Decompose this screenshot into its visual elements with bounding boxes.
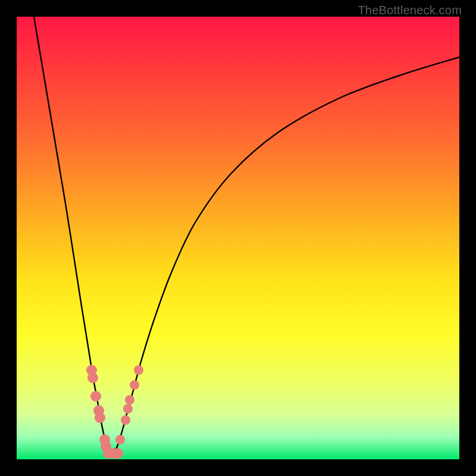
- marker-right-5: [125, 395, 134, 405]
- marker-left-1: [87, 372, 98, 383]
- marker-right-6: [130, 380, 139, 390]
- curve-right-branch: [112, 57, 459, 456]
- marker-right-7: [134, 365, 143, 375]
- chart-svg: [17, 17, 459, 459]
- marker-right-3: [121, 415, 130, 425]
- plot-area: [17, 17, 459, 459]
- bottleneck-curve: [34, 17, 459, 456]
- marker-left-2: [90, 391, 101, 402]
- marker-right-1: [112, 448, 123, 459]
- curve-left-branch: [34, 17, 109, 455]
- marker-right-4: [123, 404, 133, 414]
- marker-dots: [86, 365, 143, 459]
- marker-right-2: [115, 435, 125, 444]
- marker-left-4: [95, 412, 105, 423]
- watermark-text: TheBottleneck.com: [358, 4, 462, 17]
- chart-frame: TheBottleneck.com: [0, 0, 476, 476]
